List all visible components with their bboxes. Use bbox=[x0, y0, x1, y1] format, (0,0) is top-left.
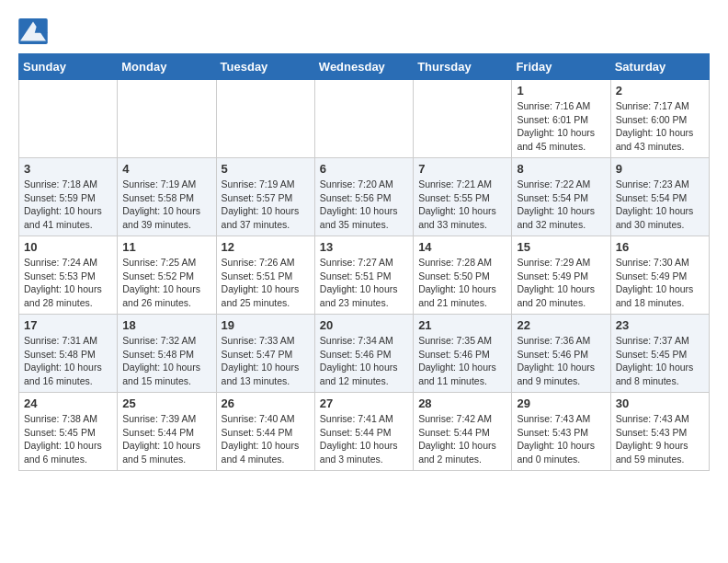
calendar-cell bbox=[216, 80, 314, 158]
day-info: Sunrise: 7:24 AM Sunset: 5:53 PM Dayligh… bbox=[24, 256, 112, 310]
header-sunday: Sunday bbox=[19, 54, 118, 80]
day-info: Sunrise: 7:19 AM Sunset: 5:57 PM Dayligh… bbox=[222, 178, 310, 232]
calendar-cell: 13Sunrise: 7:27 AM Sunset: 5:51 PM Dayli… bbox=[314, 236, 413, 315]
header-monday: Monday bbox=[118, 54, 216, 80]
day-number: 4 bbox=[122, 162, 210, 176]
calendar-cell: 19Sunrise: 7:33 AM Sunset: 5:47 PM Dayli… bbox=[216, 315, 314, 393]
day-number: 11 bbox=[122, 240, 210, 254]
calendar-cell: 6Sunrise: 7:20 AM Sunset: 5:56 PM Daylig… bbox=[314, 158, 413, 236]
day-number: 17 bbox=[24, 318, 112, 332]
day-info: Sunrise: 7:38 AM Sunset: 5:45 PM Dayligh… bbox=[24, 412, 112, 466]
day-info: Sunrise: 7:36 AM Sunset: 5:46 PM Dayligh… bbox=[517, 334, 605, 388]
calendar-cell: 15Sunrise: 7:29 AM Sunset: 5:49 PM Dayli… bbox=[512, 236, 610, 315]
calendar-cell: 30Sunrise: 7:43 AM Sunset: 5:43 PM Dayli… bbox=[610, 393, 709, 471]
calendar-body: 1Sunrise: 7:16 AM Sunset: 6:01 PM Daylig… bbox=[19, 80, 710, 471]
day-number: 2 bbox=[616, 84, 704, 98]
calendar-week-4: 17Sunrise: 7:31 AM Sunset: 5:48 PM Dayli… bbox=[19, 315, 710, 393]
day-info: Sunrise: 7:43 AM Sunset: 5:43 PM Dayligh… bbox=[517, 412, 605, 466]
page-header bbox=[18, 18, 710, 44]
day-info: Sunrise: 7:30 AM Sunset: 5:49 PM Dayligh… bbox=[616, 256, 704, 310]
day-number: 13 bbox=[320, 240, 408, 254]
day-info: Sunrise: 7:41 AM Sunset: 5:44 PM Dayligh… bbox=[320, 412, 408, 466]
calendar-cell: 21Sunrise: 7:35 AM Sunset: 5:46 PM Dayli… bbox=[414, 315, 512, 393]
day-info: Sunrise: 7:23 AM Sunset: 5:54 PM Dayligh… bbox=[616, 178, 704, 232]
header-row: SundayMondayTuesdayWednesdayThursdayFrid… bbox=[19, 54, 710, 80]
calendar-cell: 12Sunrise: 7:26 AM Sunset: 5:51 PM Dayli… bbox=[216, 236, 314, 315]
header-tuesday: Tuesday bbox=[216, 54, 314, 80]
day-number: 19 bbox=[222, 318, 310, 332]
day-number: 23 bbox=[616, 318, 704, 332]
calendar-cell: 24Sunrise: 7:38 AM Sunset: 5:45 PM Dayli… bbox=[19, 393, 118, 471]
day-info: Sunrise: 7:16 AM Sunset: 6:01 PM Dayligh… bbox=[517, 99, 605, 154]
day-number: 6 bbox=[320, 162, 408, 176]
day-info: Sunrise: 7:31 AM Sunset: 5:48 PM Dayligh… bbox=[24, 334, 112, 388]
day-number: 7 bbox=[418, 162, 506, 176]
day-info: Sunrise: 7:17 AM Sunset: 6:00 PM Dayligh… bbox=[616, 99, 704, 154]
logo-icon bbox=[18, 18, 48, 44]
calendar-week-1: 1Sunrise: 7:16 AM Sunset: 6:01 PM Daylig… bbox=[19, 80, 710, 158]
calendar-cell: 23Sunrise: 7:37 AM Sunset: 5:45 PM Dayli… bbox=[610, 315, 709, 393]
day-number: 22 bbox=[517, 318, 605, 332]
day-info: Sunrise: 7:18 AM Sunset: 5:59 PM Dayligh… bbox=[24, 178, 112, 232]
calendar-cell: 14Sunrise: 7:28 AM Sunset: 5:50 PM Dayli… bbox=[414, 236, 512, 315]
calendar-cell: 27Sunrise: 7:41 AM Sunset: 5:44 PM Dayli… bbox=[314, 393, 413, 471]
calendar-cell: 11Sunrise: 7:25 AM Sunset: 5:52 PM Dayli… bbox=[118, 236, 216, 315]
day-info: Sunrise: 7:25 AM Sunset: 5:52 PM Dayligh… bbox=[122, 256, 210, 310]
day-number: 29 bbox=[517, 396, 605, 410]
day-number: 10 bbox=[24, 240, 112, 254]
calendar-cell: 7Sunrise: 7:21 AM Sunset: 5:55 PM Daylig… bbox=[414, 158, 512, 236]
day-info: Sunrise: 7:20 AM Sunset: 5:56 PM Dayligh… bbox=[320, 178, 408, 232]
day-number: 20 bbox=[320, 318, 408, 332]
day-info: Sunrise: 7:39 AM Sunset: 5:44 PM Dayligh… bbox=[122, 412, 210, 466]
day-info: Sunrise: 7:26 AM Sunset: 5:51 PM Dayligh… bbox=[222, 256, 310, 310]
calendar-cell bbox=[314, 80, 413, 158]
day-number: 30 bbox=[616, 396, 704, 410]
day-number: 1 bbox=[517, 84, 605, 98]
calendar-week-5: 24Sunrise: 7:38 AM Sunset: 5:45 PM Dayli… bbox=[19, 393, 710, 471]
day-info: Sunrise: 7:21 AM Sunset: 5:55 PM Dayligh… bbox=[418, 178, 506, 232]
calendar-cell: 29Sunrise: 7:43 AM Sunset: 5:43 PM Dayli… bbox=[512, 393, 610, 471]
day-info: Sunrise: 7:34 AM Sunset: 5:46 PM Dayligh… bbox=[320, 334, 408, 388]
calendar-cell: 26Sunrise: 7:40 AM Sunset: 5:44 PM Dayli… bbox=[216, 393, 314, 471]
day-info: Sunrise: 7:40 AM Sunset: 5:44 PM Dayligh… bbox=[222, 412, 310, 466]
day-number: 12 bbox=[222, 240, 310, 254]
calendar-cell: 17Sunrise: 7:31 AM Sunset: 5:48 PM Dayli… bbox=[19, 315, 118, 393]
day-info: Sunrise: 7:32 AM Sunset: 5:48 PM Dayligh… bbox=[122, 334, 210, 388]
day-number: 24 bbox=[24, 396, 112, 410]
day-number: 21 bbox=[418, 318, 506, 332]
calendar-header: SundayMondayTuesdayWednesdayThursdayFrid… bbox=[19, 54, 710, 80]
day-number: 16 bbox=[616, 240, 704, 254]
calendar-cell: 20Sunrise: 7:34 AM Sunset: 5:46 PM Dayli… bbox=[314, 315, 413, 393]
day-info: Sunrise: 7:28 AM Sunset: 5:50 PM Dayligh… bbox=[418, 256, 506, 310]
calendar-cell: 4Sunrise: 7:19 AM Sunset: 5:58 PM Daylig… bbox=[118, 158, 216, 236]
calendar-cell: 3Sunrise: 7:18 AM Sunset: 5:59 PM Daylig… bbox=[19, 158, 118, 236]
day-number: 14 bbox=[418, 240, 506, 254]
day-info: Sunrise: 7:35 AM Sunset: 5:46 PM Dayligh… bbox=[418, 334, 506, 388]
day-info: Sunrise: 7:33 AM Sunset: 5:47 PM Dayligh… bbox=[222, 334, 310, 388]
calendar-cell: 1Sunrise: 7:16 AM Sunset: 6:01 PM Daylig… bbox=[512, 80, 610, 158]
calendar-table: SundayMondayTuesdayWednesdayThursdayFrid… bbox=[18, 53, 710, 471]
day-number: 5 bbox=[222, 162, 310, 176]
calendar-cell: 28Sunrise: 7:42 AM Sunset: 5:44 PM Dayli… bbox=[414, 393, 512, 471]
header-saturday: Saturday bbox=[610, 54, 709, 80]
day-number: 3 bbox=[24, 162, 112, 176]
calendar-cell bbox=[118, 80, 216, 158]
calendar-week-3: 10Sunrise: 7:24 AM Sunset: 5:53 PM Dayli… bbox=[19, 236, 710, 315]
day-number: 18 bbox=[122, 318, 210, 332]
calendar-cell: 5Sunrise: 7:19 AM Sunset: 5:57 PM Daylig… bbox=[216, 158, 314, 236]
calendar-cell: 9Sunrise: 7:23 AM Sunset: 5:54 PM Daylig… bbox=[610, 158, 709, 236]
header-friday: Friday bbox=[512, 54, 610, 80]
day-info: Sunrise: 7:37 AM Sunset: 5:45 PM Dayligh… bbox=[616, 334, 704, 388]
header-thursday: Thursday bbox=[414, 54, 512, 80]
calendar-cell: 22Sunrise: 7:36 AM Sunset: 5:46 PM Dayli… bbox=[512, 315, 610, 393]
day-info: Sunrise: 7:27 AM Sunset: 5:51 PM Dayligh… bbox=[320, 256, 408, 310]
calendar-cell bbox=[19, 80, 118, 158]
day-number: 27 bbox=[320, 396, 408, 410]
day-info: Sunrise: 7:22 AM Sunset: 5:54 PM Dayligh… bbox=[517, 178, 605, 232]
calendar-cell: 8Sunrise: 7:22 AM Sunset: 5:54 PM Daylig… bbox=[512, 158, 610, 236]
calendar-cell: 10Sunrise: 7:24 AM Sunset: 5:53 PM Dayli… bbox=[19, 236, 118, 315]
calendar-cell bbox=[414, 80, 512, 158]
day-info: Sunrise: 7:19 AM Sunset: 5:58 PM Dayligh… bbox=[122, 178, 210, 232]
day-number: 28 bbox=[418, 396, 506, 410]
calendar-cell: 18Sunrise: 7:32 AM Sunset: 5:48 PM Dayli… bbox=[118, 315, 216, 393]
